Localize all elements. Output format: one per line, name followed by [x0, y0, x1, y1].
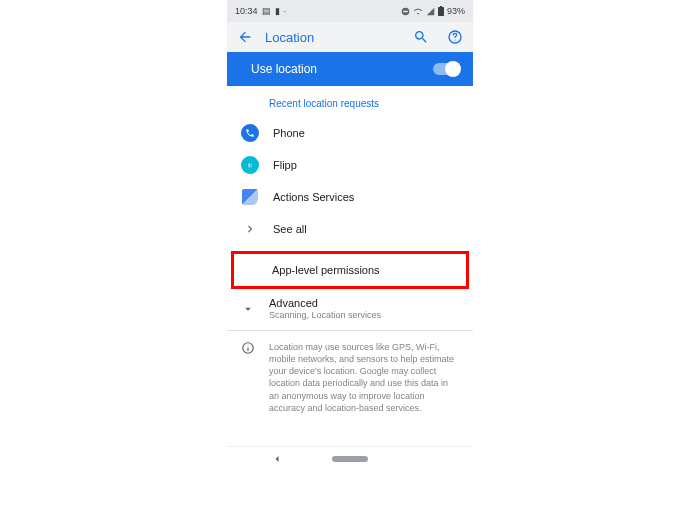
flipp-app-icon: fp	[241, 156, 259, 174]
svg-point-5	[454, 39, 455, 40]
dnd-icon	[401, 7, 410, 16]
info-text: Location may use sources like GPS, Wi-Fi…	[269, 341, 459, 414]
page-title: Location	[265, 30, 401, 45]
chevron-right-icon	[241, 220, 259, 238]
battery-percent: 93%	[447, 6, 465, 16]
nav-back-icon[interactable]	[271, 453, 283, 465]
back-icon[interactable]	[237, 29, 253, 45]
use-location-label: Use location	[251, 62, 433, 76]
status-bar: 10:34 ▤ ▮ · 93%	[227, 0, 473, 22]
svg-rect-3	[440, 6, 442, 7]
info-row: Location may use sources like GPS, Wi-Fi…	[227, 331, 473, 424]
advanced-row[interactable]: Advanced Scanning, Location services	[227, 289, 473, 330]
notification-dot: ·	[284, 6, 287, 16]
battery-icon	[438, 6, 444, 16]
use-location-row[interactable]: Use location	[227, 52, 473, 86]
signal-icon	[426, 7, 435, 16]
actions-app-icon	[242, 189, 258, 205]
status-time: 10:34	[235, 6, 258, 16]
svg-text:fp: fp	[248, 163, 252, 168]
chevron-down-icon	[241, 302, 255, 316]
svg-rect-1	[403, 10, 408, 12]
app-label: Actions Services	[273, 191, 354, 203]
nav-home-pill[interactable]	[332, 456, 368, 462]
app-item-flipp[interactable]: fp Flipp	[227, 149, 473, 181]
phone-frame: 10:34 ▤ ▮ · 93% Location	[227, 0, 473, 472]
recent-requests-header: Recent location requests	[227, 86, 473, 117]
navigation-bar	[227, 446, 473, 472]
svg-point-9	[248, 345, 249, 346]
notification-icon-2: ▮	[275, 6, 280, 16]
app-label: Phone	[273, 127, 305, 139]
app-permissions-label: App-level permissions	[272, 264, 380, 276]
use-location-switch[interactable]	[433, 63, 459, 75]
search-icon[interactable]	[413, 29, 429, 45]
notification-icon: ▤	[262, 6, 271, 16]
see-all-row[interactable]: See all	[227, 213, 473, 245]
phone-app-icon	[241, 124, 259, 142]
see-all-label: See all	[273, 223, 307, 235]
app-level-permissions-row[interactable]: App-level permissions	[234, 254, 466, 286]
advanced-label: Advanced	[269, 297, 381, 309]
app-bar: Location	[227, 22, 473, 52]
advanced-sub: Scanning, Location services	[269, 310, 381, 320]
help-icon[interactable]	[447, 29, 463, 45]
svg-rect-2	[438, 7, 444, 16]
app-item-phone[interactable]: Phone	[227, 117, 473, 149]
info-icon	[241, 341, 255, 414]
app-label: Flipp	[273, 159, 297, 171]
wifi-icon	[413, 7, 423, 16]
highlight-annotation: App-level permissions	[231, 251, 469, 289]
app-item-actions[interactable]: Actions Services	[227, 181, 473, 213]
